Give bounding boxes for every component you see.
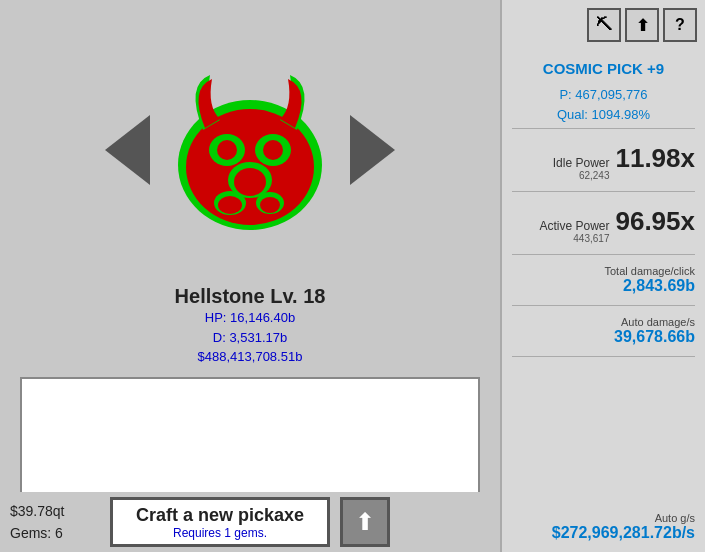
idle-power-labels: Idle Power 62,243	[553, 156, 610, 181]
active-power-sub: 443,617	[539, 233, 609, 244]
monster-damage: D: 3,531.17b	[175, 328, 326, 348]
idle-power-label: Idle Power	[553, 156, 610, 170]
upgrade-toolbar-btn[interactable]: ⬆	[625, 8, 659, 42]
monster-container[interactable]	[150, 50, 350, 250]
monster-info: Hellstone Lv. 18 HP: 16,146.40b D: 3,531…	[175, 285, 326, 367]
battle-log	[20, 377, 480, 507]
svg-point-9	[218, 196, 242, 214]
help-icon: ?	[675, 16, 685, 34]
toolbar: ⛏ ⬆ ?	[587, 8, 697, 42]
left-panel: Hellstone Lv. 18 HP: 16,146.40b D: 3,531…	[0, 0, 500, 552]
total-damage-value: 2,843.69b	[512, 277, 695, 295]
idle-power-sub: 62,243	[553, 170, 610, 181]
auto-gs-row: Auto g/s $272,969,281.72b/s	[552, 512, 695, 542]
auto-gs-value: $272,969,281.72b/s	[552, 524, 695, 542]
active-power-label: Active Power	[539, 219, 609, 233]
divider-5	[512, 356, 695, 357]
main-container: Hellstone Lv. 18 HP: 16,146.40b D: 3,531…	[0, 0, 705, 552]
gems-display: Gems: 6	[10, 522, 100, 544]
monster-area	[0, 20, 500, 280]
monster-svg	[155, 55, 345, 245]
bottom-bar: $39.78qt Gems: 6 Craft a new pickaxe Req…	[0, 492, 500, 552]
craft-pickaxe-button[interactable]: Craft a new pickaxe Requires 1 gems.	[110, 497, 330, 547]
total-damage-row: Total damage/click 2,843.69b	[502, 259, 705, 301]
divider-3	[512, 254, 695, 255]
stats-block: P: 467,095,776 Qual: 1094.98%	[557, 85, 650, 124]
upgrade-icon: ⬆	[636, 16, 649, 35]
currency-block: $39.78qt Gems: 6	[10, 500, 100, 545]
previous-monster-arrow[interactable]	[105, 115, 150, 185]
monster-reward: $488,413,708.51b	[175, 347, 326, 367]
auto-gs-label: Auto g/s	[552, 512, 695, 524]
svg-point-11	[260, 197, 280, 213]
craft-label: Craft a new pickaxe	[136, 505, 304, 526]
total-damage-label: Total damage/click	[512, 265, 695, 277]
pickaxe-title: COSMIC PICK +9	[543, 60, 664, 77]
svg-point-4	[217, 140, 237, 160]
upload-button[interactable]: ⬆	[340, 497, 390, 547]
active-power-labels: Active Power 443,617	[539, 219, 609, 244]
craft-sub: Requires 1 gems.	[173, 526, 267, 540]
svg-point-5	[263, 140, 283, 160]
upload-icon: ⬆	[355, 508, 375, 536]
right-panel: ⛏ ⬆ ? COSMIC PICK +9 P: 467,095,776 Qual…	[500, 0, 705, 552]
svg-point-7	[234, 168, 266, 196]
divider-4	[512, 305, 695, 306]
pickaxe-toolbar-btn[interactable]: ⛏	[587, 8, 621, 42]
monster-hp: HP: 16,146.40b	[175, 308, 326, 328]
monster-name: Hellstone Lv. 18	[175, 285, 326, 308]
idle-power-row: Idle Power 62,243 11.98x	[502, 137, 705, 187]
help-toolbar-btn[interactable]: ?	[663, 8, 697, 42]
idle-power-value: 11.98x	[615, 143, 695, 174]
divider-2	[512, 191, 695, 192]
auto-damage-row: Auto damage/s 39,678.66b	[502, 310, 705, 352]
pickaxe-icon: ⛏	[596, 16, 612, 34]
next-monster-arrow[interactable]	[350, 115, 395, 185]
auto-damage-label: Auto damage/s	[512, 316, 695, 328]
qual-display: Qual: 1094.98%	[557, 105, 650, 125]
active-power-value: 96.95x	[615, 206, 695, 237]
power-display: P: 467,095,776	[557, 85, 650, 105]
currency-display: $39.78qt	[10, 500, 100, 522]
divider-1	[512, 128, 695, 129]
active-power-row: Active Power 443,617 96.95x	[502, 200, 705, 250]
auto-damage-value: 39,678.66b	[512, 328, 695, 346]
